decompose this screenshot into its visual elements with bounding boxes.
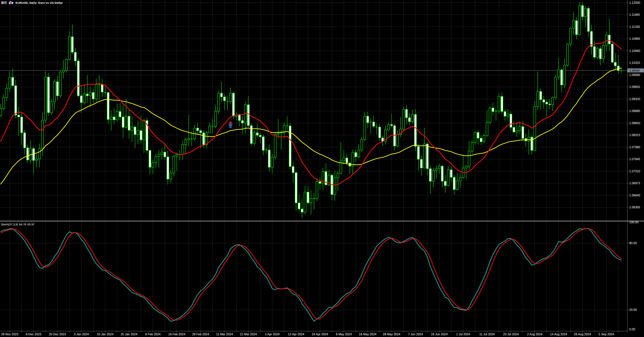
bull-candle [474,132,476,142]
bear-candle [355,153,357,157]
bull-candle [358,150,360,157]
bull-candle [456,181,458,190]
date-axis-label: 14 Aug 2024 [550,333,567,336]
bear-candle [292,167,294,173]
bull-candle [110,117,112,119]
bear-candle [119,112,121,117]
current-price-value: 1.10114 [630,69,640,72]
stoch-main-value: 64.76 [19,223,26,226]
bear-candle [540,91,542,100]
bear-candle [390,125,393,126]
bear-candle [256,133,258,135]
pane-separators[interactable] [0,221,644,222]
date-axis-label: 2 Aug 2024 [527,333,542,336]
bull-candle [155,157,157,163]
bull-candle [605,35,608,46]
price-axis-label: 1.08650 [629,122,640,125]
bear-candle [576,21,578,35]
bear-candle [408,118,410,122]
bull-candle [396,135,398,146]
price-axis-label: 1.11330 [629,25,640,29]
stoch-axis-label: 100.00 [629,221,638,224]
price-axis-label: 1.10325 [629,61,640,65]
bear-candle [582,6,584,17]
price-axis-label: 1.09990 [629,73,640,77]
bull-candle [471,143,473,151]
bull-candle [161,152,163,154]
bull-candle [208,126,211,133]
bear-candle [426,144,428,169]
bear-candle [522,127,524,139]
bull-candle [516,131,518,132]
bull-candle [462,168,464,178]
date-axis-label: 23 Jul 2024 [503,333,519,336]
bear-candle [241,121,244,123]
bear-candle [12,77,14,86]
bear-candle [122,117,124,127]
bear-candle [259,135,262,137]
bear-candle [224,97,226,101]
date-axis-label: 26 Aug 2024 [574,333,591,336]
bear-candle [379,127,381,138]
bull-candle [570,28,572,44]
price-axis-label: 1.06305 [629,206,640,209]
bull-candle [89,93,91,96]
bear-candle [32,149,35,161]
bull-candle [50,102,52,113]
date-axis-label: 15 Jan 2024 [97,333,114,336]
bear-candle [510,114,512,127]
trade-markers-layer[interactable] [228,122,233,128]
bull-candle [170,173,172,179]
price-axis-label: 1.10995 [629,37,640,40]
date-axis-label: 6 May 2024 [336,333,352,336]
bear-candle [430,169,432,181]
date-axis-label: 28 Feb 2024 [192,333,209,336]
ma-fast-line [1,40,621,185]
bear-candle [149,150,151,167]
bull-candle [343,158,345,161]
symbol-list-icon [1,1,7,4]
bear-candle [414,115,416,147]
date-axis-label: 12 Apr 2024 [288,333,304,336]
bear-candle [18,115,20,117]
price-axis-label: 1.10660 [629,49,640,53]
date-axis-label: 16 May 2024 [359,333,376,336]
bear-candle [477,132,479,138]
bear-candle [444,181,446,186]
date-axis-label: 5 Sep 2024 [598,333,614,336]
bear-candle [128,116,130,130]
bull-candle [519,127,521,131]
bull-candle [432,170,434,181]
bear-candle [614,62,616,66]
bull-candle [566,44,568,65]
bull-candle [131,127,133,130]
price-axis-label: 1.07980 [629,146,640,149]
bull-candle [361,140,363,150]
bull-candle [182,145,184,154]
moving-averages-layer [1,40,621,185]
bull-candle [274,134,276,157]
bear-candle [238,115,240,120]
bear-candle [164,152,166,157]
bull-candle [468,151,470,166]
bull-candle [388,125,390,130]
bear-candle [549,104,551,105]
bear-candle [262,137,264,150]
date-axis-labels: 28 Nov 20238 Dec 202320 Dec 20233 Jan 20… [1,333,614,336]
date-axis-label: 7 Jun 2024 [408,333,423,336]
bull-candle [42,120,44,149]
bear-candle [450,170,452,177]
bear-candle [167,157,169,179]
bear-candle [441,166,444,181]
date-axis-label: 6 Feb 2024 [145,333,160,336]
bull-candle [253,133,255,143]
bull-candle [116,112,118,120]
price-chart-canvas[interactable]: 1.120001.116651.113301.109951.106601.103… [0,0,644,337]
bear-candle [134,127,136,135]
bear-candle [14,86,17,115]
bear-candle [200,131,202,133]
bull-candle [334,178,336,194]
bull-candle [438,166,440,169]
bear-candle [608,35,610,44]
price-axis-label: 1.08315 [629,133,640,137]
